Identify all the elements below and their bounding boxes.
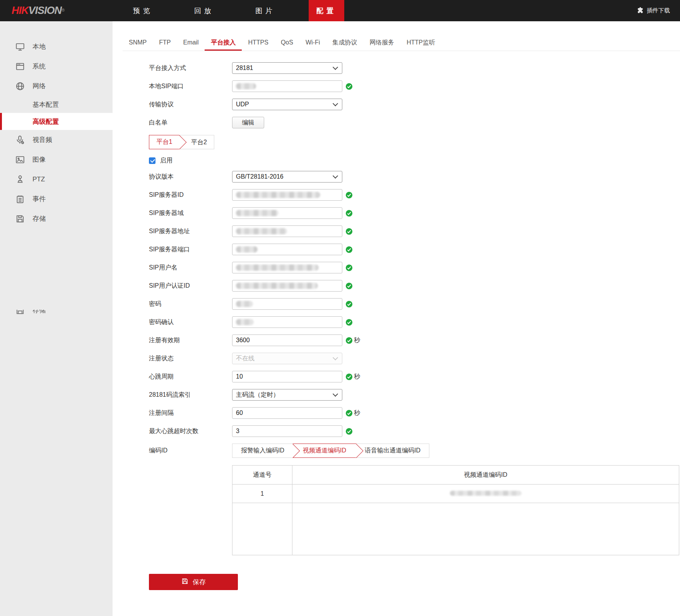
column-header-channel: 通道号 [232, 466, 292, 485]
redacted-input[interactable] [232, 244, 342, 255]
tab-item[interactable]: HTTP监听 [400, 34, 441, 51]
encoding-id-tab[interactable]: 视频通道编码ID [293, 444, 356, 458]
sidebar-item[interactable]: 图像 [0, 150, 113, 169]
redacted-input[interactable] [232, 189, 342, 201]
redacted-value [236, 192, 320, 198]
tab-item[interactable]: Wi-Fi [299, 34, 326, 51]
ptz-joystick-icon [15, 174, 25, 184]
valid-check-icon [345, 191, 353, 199]
form-input[interactable] [232, 334, 342, 346]
redacted-value [450, 491, 521, 496]
tab-item[interactable]: 集成协议 [326, 34, 363, 51]
valid-check-icon [345, 319, 353, 326]
edit-button[interactable]: 编辑 [232, 117, 264, 128]
save-button[interactable]: 保存 [149, 574, 238, 590]
enable-checkbox[interactable] [149, 157, 155, 164]
form-select[interactable]: 主码流（定时） [232, 389, 342, 401]
field-label: 注册有效期 [149, 336, 232, 345]
table-empty-row [232, 503, 679, 555]
tab-item[interactable]: QoS [275, 34, 299, 51]
form-input[interactable] [232, 425, 342, 437]
redacted-input[interactable] [232, 207, 342, 219]
redacted-value [236, 264, 319, 271]
tab-item[interactable]: 网络服务 [363, 34, 400, 51]
column-header-video-encoding-id: 视频通道编码ID [292, 466, 679, 485]
field-label: SIP用户认证ID [149, 282, 232, 290]
select-value: 主码流（定时） [236, 391, 279, 399]
form-select[interactable]: 不在线 [232, 353, 342, 364]
enable-label: 启用 [160, 157, 173, 165]
sidebar-menu: 本地系统网络基本配置高级配置视音频图像PTZ事件存储 [0, 37, 113, 229]
redacted-input[interactable] [232, 316, 342, 328]
redacted-input[interactable] [232, 280, 342, 292]
platform-tab-label: 平台1 [157, 138, 173, 146]
sidebar-clipped-item: 存储 [0, 310, 113, 318]
tab-item[interactable]: FTP [153, 34, 177, 51]
encoding-id-tab[interactable]: 语音输出通道编码ID [356, 444, 429, 457]
sidebar-item[interactable]: PTZ [0, 169, 113, 189]
sidebar-item[interactable]: 网络 [0, 76, 113, 96]
valid-check-icon [345, 210, 353, 217]
redacted-value [236, 228, 287, 234]
redacted-input[interactable] [232, 80, 342, 92]
platform-tab[interactable]: 平台1 [149, 135, 179, 149]
top-nav-item[interactable]: 预览 [125, 0, 161, 21]
sidebar-item[interactable]: 视音频 [0, 130, 113, 150]
field-label: 心跳周期 [149, 373, 232, 381]
redacted-value [236, 283, 318, 289]
valid-check-icon [345, 373, 353, 381]
top-nav-item[interactable]: 配置 [309, 0, 344, 21]
field-label: 本地SIP端口 [149, 82, 232, 90]
sidebar-item-label: 基本配置 [32, 100, 59, 109]
form-row: 平台接入方式28181 [149, 62, 680, 74]
top-nav-item[interactable]: 图片 [248, 0, 283, 21]
sidebar-item[interactable]: 高级配置 [0, 113, 113, 130]
sidebar-item[interactable]: 事件 [0, 189, 113, 209]
form-row: 心跳周期秒 [149, 371, 680, 382]
form-select[interactable]: GB/T28181-2016 [232, 171, 342, 183]
valid-check-icon [345, 428, 353, 435]
select-value: GB/T28181-2016 [236, 173, 284, 180]
form-row: 28181码流索引主码流（定时） [149, 389, 680, 401]
tab-platform-access[interactable]: 平台接入 [205, 34, 242, 51]
field-label: 协议版本 [149, 173, 232, 181]
form-select[interactable]: UDP [232, 99, 342, 110]
sidebar-item-label: 高级配置 [32, 117, 59, 126]
valid-check-icon [345, 246, 353, 253]
form-row: SIP服务器域 [149, 207, 680, 219]
form-input[interactable] [232, 407, 342, 419]
table-header-row: 通道号 视频通道编码ID [232, 466, 679, 485]
encoding-id-tab[interactable]: 报警输入编码ID [232, 444, 293, 457]
valid-check-icon [345, 228, 353, 235]
floppy-disk-icon [181, 577, 189, 587]
plugin-download-button[interactable]: 插件下载 [636, 7, 670, 15]
top-nav: 预览回放图片配置 [113, 0, 357, 21]
redacted-input[interactable] [232, 225, 342, 237]
form-row: 最大心跳超时次数 [149, 425, 680, 437]
encoding-id-tab-label: 视频通道编码ID [303, 447, 346, 455]
logo-vision: VISION [29, 5, 62, 16]
form-input[interactable] [232, 371, 342, 382]
sidebar-item[interactable]: 基本配置 [0, 96, 113, 113]
form-rows-main: 协议版本GB/T28181-2016SIP服务器IDSIP服务器域SIP服务器地… [149, 171, 680, 437]
sidebar-item[interactable]: 存储 [0, 209, 113, 229]
redacted-input[interactable] [232, 298, 342, 310]
form-select[interactable]: 28181 [232, 62, 342, 74]
encoding-id-tabs: 报警输入编码ID视频通道编码ID语音输出通道编码ID [232, 444, 429, 458]
form-row: SIP用户名 [149, 262, 680, 273]
tab-item[interactable]: Email [177, 34, 205, 51]
tab-item[interactable]: HTTPS [242, 34, 274, 51]
redacted-value [236, 301, 253, 307]
redacted-input[interactable] [232, 262, 342, 273]
storage-disk-icon [15, 310, 25, 316]
tab-item[interactable]: SNMP [123, 34, 153, 51]
chevron-down-icon [333, 355, 338, 360]
sidebar-item[interactable]: 本地 [0, 37, 113, 56]
sidebar-item[interactable]: 系统 [0, 56, 113, 76]
field-label: 编码ID [149, 447, 232, 455]
encoding-id-tab-label: 报警输入编码ID [241, 447, 284, 455]
microphone-icon [15, 135, 25, 145]
form-rows-top: 平台接入方式28181本地SIP端口传输协议UDP白名单编辑 [149, 62, 680, 128]
top-nav-item[interactable]: 回放 [186, 0, 222, 21]
main-layout: 本地系统网络基本配置高级配置视音频图像PTZ事件存储 存储 SNMPFTPEma… [0, 21, 680, 616]
